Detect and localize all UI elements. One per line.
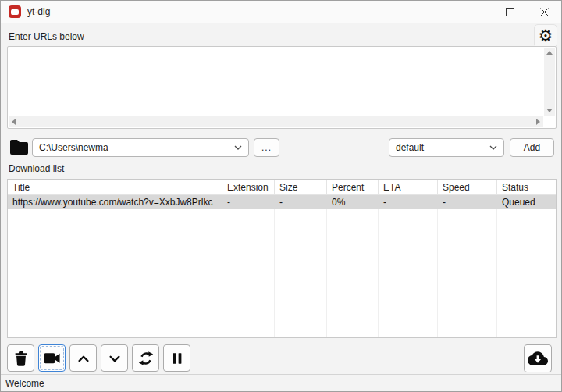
column-header-percent[interactable]: Percent <box>327 180 379 194</box>
profile-value: default <box>396 142 424 153</box>
scroll-right-icon[interactable] <box>536 119 540 125</box>
add-button[interactable]: Add <box>510 138 554 157</box>
cell-speed: - <box>438 195 497 209</box>
settings-button[interactable]: ⚙ <box>534 24 557 48</box>
folder-icon <box>9 138 30 156</box>
table-body <box>8 209 556 337</box>
pause-icon <box>170 351 184 365</box>
download-list-label: Download list <box>9 163 64 174</box>
cell-extension: - <box>222 195 275 209</box>
path-row: C:\Users\newma ... default Add <box>1 138 561 157</box>
gear-icon: ⚙ <box>539 28 553 45</box>
urls-textarea[interactable] <box>9 48 543 116</box>
profile-combobox[interactable]: default <box>389 138 504 157</box>
column-header-speed[interactable]: Speed <box>438 180 497 194</box>
close-icon <box>540 8 549 16</box>
scroll-down-icon[interactable] <box>546 109 553 112</box>
status-text: Welcome <box>5 378 44 389</box>
video-format-button[interactable] <box>38 344 66 372</box>
chevron-down-icon <box>108 351 122 365</box>
scroll-left-icon[interactable] <box>12 119 16 125</box>
minimize-icon <box>471 8 480 16</box>
browse-button-label: ... <box>261 142 272 153</box>
toolbar <box>7 344 190 372</box>
delete-button[interactable] <box>7 344 34 372</box>
maximize-icon <box>506 8 514 16</box>
pause-button[interactable] <box>163 344 190 372</box>
window-controls <box>458 1 561 23</box>
table-row[interactable]: https://www.youtube.com/watch?v=XxbJw8Pr… <box>8 195 556 209</box>
column-header-extension[interactable]: Extension <box>222 180 275 194</box>
trash-icon <box>12 350 30 367</box>
save-path-value: C:\Users\newma <box>39 142 108 153</box>
cell-size: - <box>275 195 327 209</box>
scroll-up-icon[interactable] <box>546 51 553 55</box>
video-camera-icon <box>43 349 61 367</box>
add-button-label: Add <box>524 142 540 153</box>
minimize-button[interactable] <box>458 1 493 23</box>
window-title: yt-dlg <box>27 6 50 17</box>
app-icon <box>9 5 21 18</box>
column-header-status[interactable]: Status <box>497 180 557 194</box>
browse-button[interactable]: ... <box>254 138 279 157</box>
cell-percent: 0% <box>327 195 379 209</box>
cell-title: https://www.youtube.com/watch?v=XxbJw8Pr… <box>8 195 222 209</box>
chevron-down-icon <box>234 145 242 151</box>
cloud-download-icon <box>528 348 548 369</box>
table-header: Title Extension Size Percent ETA Speed S… <box>8 180 556 195</box>
save-path-combobox[interactable]: C:\Users\newma <box>32 138 249 157</box>
column-header-eta[interactable]: ETA <box>379 180 438 194</box>
enter-urls-label: Enter URLs below <box>9 31 84 42</box>
close-button[interactable] <box>527 1 561 23</box>
chevron-down-icon <box>489 145 497 151</box>
move-up-button[interactable] <box>69 344 97 372</box>
column-header-title[interactable]: Title <box>8 180 222 194</box>
app-window: yt-dlg Enter URLs below ⚙ <box>0 0 562 392</box>
statusbar: Welcome <box>1 374 561 391</box>
cell-status: Queued <box>497 195 557 209</box>
maximize-button[interactable] <box>493 1 527 23</box>
column-header-size[interactable]: Size <box>275 180 327 194</box>
refresh-icon <box>137 350 155 367</box>
start-download-button[interactable] <box>524 344 552 372</box>
horizontal-scrollbar[interactable] <box>9 116 543 127</box>
urls-textarea-container <box>7 46 557 129</box>
move-down-button[interactable] <box>101 344 128 372</box>
reload-button[interactable] <box>132 344 159 372</box>
vertical-scrollbar[interactable] <box>544 48 555 116</box>
cell-eta: - <box>379 195 438 209</box>
titlebar: yt-dlg <box>1 1 561 23</box>
download-table: Title Extension Size Percent ETA Speed S… <box>7 179 557 338</box>
chevron-up-icon <box>76 351 91 365</box>
